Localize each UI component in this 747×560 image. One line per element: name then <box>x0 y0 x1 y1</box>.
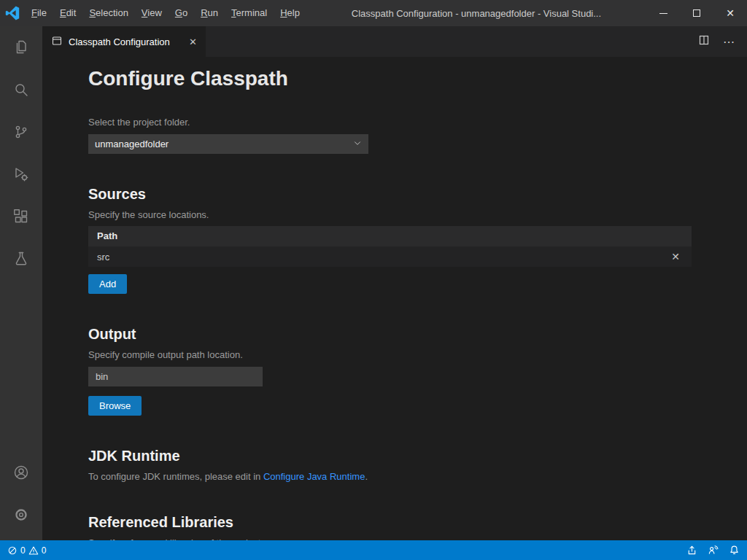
sources-description: Specify the source locations. <box>88 209 692 220</box>
editor-actions: ⋯ <box>698 26 747 57</box>
classpath-tab-icon <box>51 35 63 49</box>
status-bar: 0 0 <box>0 540 747 560</box>
jdk-text-before: To configure JDK runtimes, please edit i… <box>88 471 263 482</box>
menu-help[interactable]: Help <box>274 0 306 26</box>
output-description: Specify compile output path location. <box>88 349 692 360</box>
explorer-icon <box>12 39 30 59</box>
activity-bar <box>0 26 42 540</box>
notifications-bell-icon[interactable] <box>729 545 740 556</box>
title-bar: File Edit Selection View Go Run Terminal… <box>0 0 747 26</box>
sources-heading: Sources <box>88 186 692 203</box>
activity-bar-item-source-control[interactable] <box>4 115 39 152</box>
menu-run[interactable]: Run <box>194 0 225 26</box>
jdk-text-after: . <box>365 471 368 482</box>
error-count: 0 <box>20 545 26 556</box>
menu-file[interactable]: File <box>25 0 53 26</box>
activity-bar-item-explorer[interactable] <box>4 31 39 67</box>
tab-classpath-configuration[interactable]: Classpath Configuration ✕ <box>42 26 206 57</box>
window-controls: ✕ <box>646 0 747 26</box>
extensions-icon <box>12 208 30 228</box>
activity-bar-item-search[interactable] <box>4 73 39 109</box>
vscode-window: File Edit Selection View Go Run Terminal… <box>0 0 747 560</box>
project-folder-label: Select the project folder. <box>88 117 692 128</box>
menu-edit[interactable]: Edit <box>53 0 82 26</box>
remote-icon[interactable] <box>708 545 719 556</box>
sources-table: Path src ✕ <box>88 226 692 267</box>
project-folder-value: unmanagedfolder <box>95 139 169 149</box>
referenced-libraries-heading: Referenced Libraries <box>88 514 692 531</box>
errors-icon <box>7 545 18 556</box>
activity-bar-item-accounts[interactable] <box>4 456 39 492</box>
menu-bar: File Edit Selection View Go Run Terminal… <box>25 0 306 26</box>
split-editor-icon[interactable] <box>698 34 710 49</box>
share-icon[interactable] <box>686 545 697 556</box>
problems-indicator[interactable]: 0 0 <box>7 545 46 556</box>
jdk-runtime-heading: JDK Runtime <box>88 448 692 464</box>
window-title: Classpath Configuration - unmanagedfolde… <box>306 8 646 19</box>
maximize-button[interactable] <box>680 0 713 26</box>
activity-bar-item-settings[interactable] <box>4 498 39 534</box>
tab-label: Classpath Configuration <box>69 36 170 47</box>
path-column-header: Path <box>97 230 117 241</box>
minimize-button[interactable] <box>646 0 680 26</box>
menu-terminal[interactable]: Terminal <box>225 0 274 26</box>
activity-bar-item-extensions[interactable] <box>4 200 39 236</box>
activity-bar-item-run-and-debug[interactable] <box>4 158 39 194</box>
run-and-debug-icon <box>12 166 30 186</box>
output-path-input[interactable] <box>88 367 263 386</box>
gear-icon <box>12 506 30 526</box>
menu-view[interactable]: View <box>135 0 169 26</box>
project-folder-select[interactable]: unmanagedfolder <box>88 134 368 154</box>
activity-bar-bottom <box>4 456 39 540</box>
maximize-icon <box>693 9 700 17</box>
account-icon <box>12 464 30 484</box>
add-source-button[interactable]: Add <box>88 274 127 294</box>
more-actions-icon[interactable]: ⋯ <box>723 35 735 49</box>
search-icon <box>12 81 30 101</box>
close-button[interactable]: ✕ <box>713 0 747 26</box>
warnings-icon <box>28 545 39 556</box>
browse-button[interactable]: Browse <box>88 396 142 416</box>
sources-table-header: Path <box>88 226 692 246</box>
testing-beaker-icon <box>12 250 30 271</box>
source-path-value: src <box>97 252 109 262</box>
configure-java-runtime-link[interactable]: Configure Java Runtime <box>263 471 365 482</box>
minimize-icon <box>659 13 667 14</box>
tab-bar: Classpath Configuration ✕ ⋯ <box>42 26 747 57</box>
menu-selection[interactable]: Selection <box>82 0 134 26</box>
classpath-configuration-page: Configure Classpath Select the project f… <box>42 57 747 540</box>
jdk-runtime-text: To configure JDK runtimes, please edit i… <box>88 471 692 482</box>
remove-source-icon[interactable]: ✕ <box>671 251 680 262</box>
tab-close-icon[interactable]: ✕ <box>189 36 197 47</box>
chevron-down-icon <box>353 139 362 149</box>
menu-go[interactable]: Go <box>169 0 194 26</box>
page-title: Configure Classpath <box>88 67 692 90</box>
warning-count: 0 <box>42 545 47 556</box>
source-control-icon <box>12 123 30 144</box>
output-heading: Output <box>88 326 692 343</box>
source-row[interactable]: src ✕ <box>88 246 692 267</box>
vscode-logo-icon <box>0 6 25 20</box>
activity-bar-item-testing[interactable] <box>4 242 39 279</box>
